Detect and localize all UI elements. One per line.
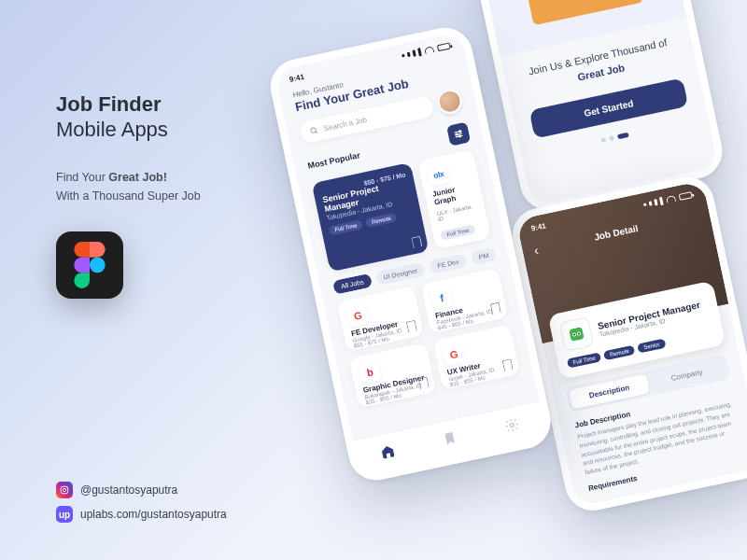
job-tile[interactable]: bGraphic DesignerBukalapak - Jakarta, ID… — [349, 343, 436, 408]
svg-point-9 — [458, 131, 460, 133]
tab-bar-home[interactable] — [379, 442, 397, 462]
signal-icon — [642, 197, 663, 209]
job-tag: Senior — [637, 339, 666, 354]
facebook-logo-icon: f — [430, 286, 454, 310]
svg-point-2 — [63, 488, 65, 491]
home-icon — [379, 442, 397, 460]
tab-bar-settings[interactable] — [503, 416, 521, 436]
tab-ui-designer[interactable]: UI Designer — [374, 261, 426, 286]
svg-point-0 — [90, 258, 106, 273]
popular-job-card-secondary[interactable]: olx Junior Graph OLX - Jakarta, ID Full … — [417, 149, 491, 249]
filter-button[interactable] — [446, 122, 471, 147]
bookmark-icon[interactable] — [411, 236, 422, 249]
google-logo-icon: G — [345, 303, 370, 328]
job-tag: Full Time — [441, 224, 476, 240]
instagram-handle[interactable]: @gustantosyaputra — [56, 482, 227, 498]
profile-avatar[interactable] — [435, 87, 464, 116]
instagram-icon — [56, 482, 73, 498]
svg-point-3 — [66, 487, 67, 488]
bottom-tab-bar — [353, 400, 547, 477]
job-tag: Remote — [603, 345, 635, 361]
sliders-icon — [452, 127, 465, 140]
gear-icon — [503, 416, 521, 434]
battery-icon — [437, 42, 451, 51]
svg-point-11 — [458, 135, 460, 137]
bukalapak-logo-icon: b — [358, 360, 382, 385]
job-tag: Remote — [365, 213, 397, 229]
svg-point-12 — [510, 423, 514, 427]
tab-fe-dev[interactable]: FE Dev — [429, 253, 468, 274]
svg-point-4 — [310, 127, 316, 133]
section-title-popular: Most Popular — [307, 150, 361, 171]
job-tile[interactable]: GFE DeveloperGoogle - Jakarta, ID$55 - $… — [337, 286, 424, 351]
job-tag: Full Time — [329, 219, 364, 235]
popular-job-card-primary[interactable]: $50 - $75 / Mo Senior Project Manager To… — [312, 162, 430, 272]
bookmark-icon — [441, 429, 458, 447]
tab-pm[interactable]: PM — [470, 247, 496, 266]
job-tile[interactable]: GUX WriterGojek - Jakarta, ID$35 - $55 /… — [433, 325, 520, 390]
svg-line-5 — [316, 131, 317, 133]
svg-point-10 — [456, 133, 458, 135]
tokopedia-logo-icon — [558, 316, 594, 352]
battery-icon — [679, 191, 693, 201]
job-title: Junior Graph — [431, 182, 475, 207]
wifi-icon — [666, 195, 676, 203]
job-company: OLX - Jakarta, ID — [436, 203, 478, 222]
olx-logo-icon: olx — [427, 162, 451, 187]
status-time: 9:41 — [530, 221, 547, 232]
tab-all-jobs[interactable]: All Jobs — [332, 273, 373, 295]
uplabs-icon: up — [56, 506, 73, 523]
figma-logo-tile — [56, 231, 123, 299]
figma-icon — [74, 242, 106, 288]
tab-bar-bookmarks[interactable] — [441, 429, 458, 449]
wifi-icon — [424, 46, 434, 54]
status-time: 9:41 — [289, 73, 305, 84]
social-links: @gustantosyaputra up uplabs.com/gustanto… — [56, 474, 227, 523]
job-tile[interactable]: fFinanceFacebook - Jakarta, ID$45 - $65 … — [421, 268, 508, 333]
uplabs-handle[interactable]: up uplabs.com/gustantosyaputra — [56, 506, 227, 523]
gojek-logo-icon: G — [442, 343, 466, 367]
signal-icon — [401, 48, 421, 60]
phone-detail-screen: 9:41 ‹ Job Detail Senior Project Manager… — [507, 172, 747, 516]
search-icon — [309, 125, 319, 135]
job-tag: Full Time — [567, 352, 602, 368]
svg-rect-1 — [61, 486, 68, 494]
